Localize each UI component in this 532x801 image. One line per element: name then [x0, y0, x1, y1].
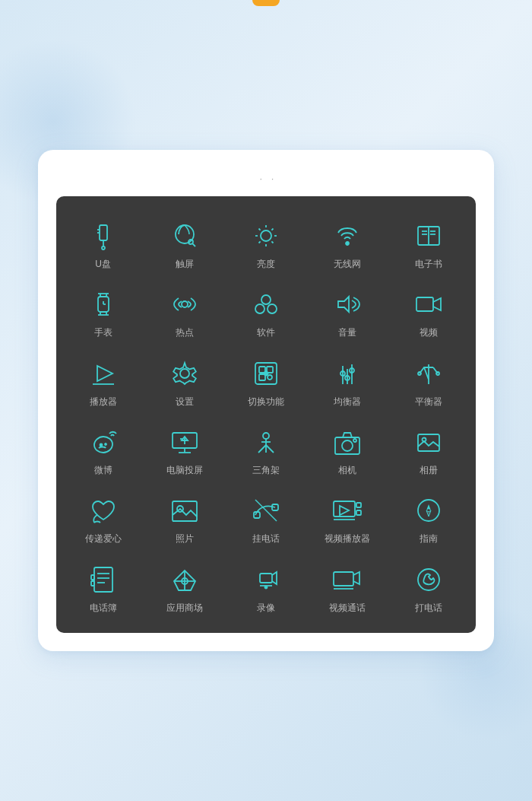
photo-icon	[168, 494, 201, 527]
icon-cell-love: 传递爱心	[62, 483, 144, 551]
software-icon	[249, 288, 283, 321]
video-icon	[412, 288, 445, 321]
icon-cell-photo: 照片	[144, 483, 225, 551]
svg-rect-0	[100, 225, 107, 240]
svg-marker-37	[338, 297, 349, 312]
icon-label-phone-call: 打电话	[415, 602, 442, 613]
icon-label-video-player: 视频播放器	[325, 533, 370, 544]
main-card: U盘 触屏 亮度 无线网 电子书 手表	[38, 150, 494, 651]
icon-cell-equalizer: 均衡器	[307, 346, 388, 415]
svg-point-73	[353, 439, 356, 442]
hotspot-icon	[168, 288, 201, 321]
watch-icon	[87, 288, 120, 321]
svg-point-75	[423, 438, 426, 442]
icon-label-ebook: 电子书	[415, 259, 442, 269]
ebook-icon	[412, 219, 445, 253]
svg-rect-74	[418, 434, 439, 451]
icon-cell-video: 视频	[388, 277, 470, 345]
svg-line-15	[271, 228, 273, 230]
compass-icon	[412, 494, 445, 527]
icon-label-hotspot: 热点	[176, 327, 194, 338]
icon-cell-video-player: 视频播放器	[307, 483, 388, 551]
svg-point-101	[264, 586, 267, 588]
icon-label-compass: 指南	[420, 533, 438, 544]
record-icon	[249, 563, 283, 596]
icon-label-balance: 平衡器	[415, 396, 442, 407]
icon-label-app-store: 应用商场	[166, 602, 203, 613]
icon-label-photo: 照片	[176, 533, 194, 544]
wifi-icon	[331, 219, 364, 253]
icon-cell-video-call: 视频通话	[307, 552, 388, 621]
icon-cell-weibo: 微博	[62, 415, 144, 483]
svg-point-58	[100, 444, 102, 447]
icon-cell-balance: 平衡器	[388, 346, 470, 415]
icon-label-usb-drive: U盘	[95, 259, 111, 269]
svg-point-48	[264, 371, 268, 375]
svg-rect-90	[94, 567, 112, 592]
svg-marker-89	[426, 510, 431, 517]
svg-rect-76	[173, 501, 197, 521]
icon-label-weibo: 微博	[94, 465, 112, 475]
video-call-icon	[331, 563, 364, 596]
app-store-icon	[168, 563, 201, 596]
balance-icon	[412, 357, 445, 390]
svg-point-72	[342, 440, 353, 451]
phone-call-icon	[412, 563, 445, 596]
icon-label-love: 传递爱心	[85, 533, 122, 544]
icon-grid: U盘 触屏 亮度 无线网 电子书 手表	[62, 208, 470, 621]
tripod-icon	[249, 425, 283, 459]
svg-rect-99	[260, 574, 272, 583]
icon-cell-phone-call: 打电话	[388, 552, 470, 621]
icon-cell-wifi: 无线网	[307, 208, 388, 277]
svg-point-42	[180, 369, 189, 378]
phonebook-icon	[87, 563, 120, 596]
icon-label-camera: 相机	[338, 465, 356, 475]
icon-cell-watch: 手表	[62, 277, 144, 345]
icon-grid-container: U盘 触屏 亮度 无线网 电子书 手表	[56, 196, 476, 633]
icon-cell-tripod: 三角架	[225, 415, 306, 483]
svg-point-87	[418, 500, 439, 521]
svg-line-16	[258, 241, 260, 243]
svg-marker-39	[433, 298, 441, 310]
settings-icon	[168, 357, 201, 390]
icon-label-tripod: 三角架	[252, 465, 280, 475]
touch-screen-icon	[168, 219, 201, 253]
hang-up-icon	[249, 494, 283, 527]
icon-label-video: 视频	[420, 327, 438, 338]
svg-point-66	[263, 433, 269, 439]
album-icon	[412, 425, 445, 459]
icon-cell-screen-cast: 电脑投屏	[144, 415, 225, 483]
card-subtitle	[56, 173, 476, 184]
svg-point-33	[182, 301, 188, 307]
icon-label-equalizer: 均衡器	[334, 396, 361, 407]
icon-label-screen-cast: 电脑投屏	[166, 465, 203, 475]
icon-cell-switch-func: 切换功能	[225, 346, 306, 415]
icon-cell-app-store: 应用商场	[144, 552, 225, 621]
svg-point-34	[261, 295, 271, 304]
icon-label-touch-screen: 触屏	[176, 259, 194, 269]
icon-cell-touch-screen: 触屏	[144, 208, 225, 277]
usb-drive-icon	[87, 219, 120, 253]
svg-rect-38	[416, 297, 433, 311]
svg-point-59	[105, 443, 106, 445]
love-icon	[87, 494, 120, 527]
svg-line-69	[266, 445, 274, 453]
video-player-icon	[331, 494, 364, 527]
svg-point-47	[268, 375, 272, 380]
weibo-icon	[87, 425, 120, 459]
switch-func-icon	[249, 357, 283, 390]
svg-marker-83	[340, 506, 349, 515]
icon-label-watch: 手表	[94, 327, 112, 338]
icon-cell-phonebook: 电话簿	[62, 552, 144, 621]
icon-label-album: 相册	[420, 465, 438, 475]
icon-label-record: 录像	[257, 602, 275, 613]
icon-cell-ebook: 电子书	[388, 208, 470, 277]
screen-cast-icon	[168, 425, 201, 459]
icon-cell-camera: 相机	[307, 415, 388, 483]
icon-label-switch-func: 切换功能	[248, 396, 284, 407]
player-icon	[87, 357, 120, 390]
icon-cell-usb-drive: U盘	[62, 208, 144, 277]
svg-point-36	[268, 304, 277, 313]
icon-label-volume: 音量	[338, 327, 356, 338]
icon-cell-brightness: 亮度	[225, 208, 306, 277]
